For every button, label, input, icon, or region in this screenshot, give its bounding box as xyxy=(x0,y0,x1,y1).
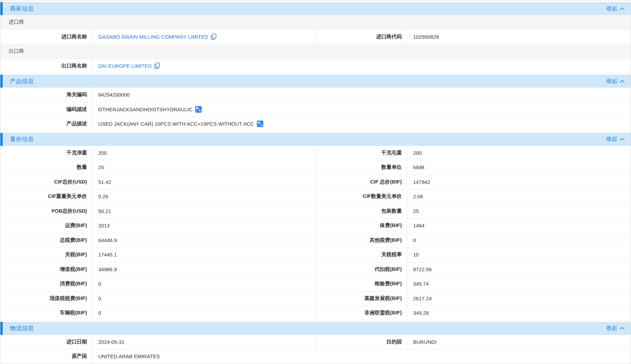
copy-icon[interactable] xyxy=(211,34,216,40)
translate-glyph: A xyxy=(195,106,202,113)
field-value-text: 345.74 xyxy=(413,281,429,287)
field-label-text: CIF重量美元单价 xyxy=(48,193,87,200)
field-value-text: 2617.24 xyxy=(413,296,432,301)
field-label-text: 进口商名称 xyxy=(61,34,87,40)
field-value-text: 0 xyxy=(98,310,101,316)
field-value: 345.74 xyxy=(407,277,631,291)
data-row: 运费(BIF)2013保费(BIF)1464 xyxy=(0,218,631,233)
field-label: 原产国 xyxy=(0,349,92,364)
field-label: CIF重量美元单价 xyxy=(0,189,92,204)
section-header-quantity-price: 量价信息收起 xyxy=(0,133,631,146)
field-value: 50.21 xyxy=(92,204,316,218)
field-value: 0.26 xyxy=(92,189,316,204)
row-half: CIF重量美元单价0.26 xyxy=(0,189,316,204)
chevron-up-icon xyxy=(620,327,624,330)
field-label-text: 数量单位 xyxy=(381,164,402,171)
field-label: 保费(BIF) xyxy=(316,218,407,233)
row-half: 千克毛重200 xyxy=(316,146,631,160)
field-value: 10 xyxy=(407,248,631,262)
field-label: 增值税(BIF) xyxy=(0,262,92,277)
field-label: 目的国 xyxy=(316,335,407,349)
field-value-text: 10 xyxy=(413,252,419,258)
trade-detail-panel: 商家信息收起进口商进口商名称GASABO GRAIN MILLING COMPA… xyxy=(0,0,631,364)
field-label: 产品描述 xyxy=(0,117,92,131)
field-label-text: 原产国 xyxy=(72,353,87,360)
section-header-logistics: 物流信息收起 xyxy=(0,322,631,335)
data-row: CIF重量美元单价0.26CIF数量美元单价2.06 xyxy=(0,189,631,204)
row-half: 代扣税(BIF)8722.56 xyxy=(316,262,631,277)
row-half: 关税(BIF)17445.1 xyxy=(0,248,316,262)
field-value-text: UNITED ARAB EMIRATES xyxy=(98,353,160,359)
field-label-text: 现值税税费(BIF) xyxy=(50,295,87,302)
field-label: 千克毛重 xyxy=(316,146,407,160)
copy-icon[interactable] xyxy=(154,63,160,69)
field-label: 总税费(BIF) xyxy=(0,233,92,248)
field-label: 代扣税(BIF) xyxy=(316,262,407,277)
row-half: 消费税(BIF)0 xyxy=(0,277,316,291)
row-half: CIF总价(USD)51.42 xyxy=(0,175,316,189)
field-label: 千克净重 xyxy=(0,146,92,160)
field-value-text: OTHERJACKSANDHOISTSHYDRAULIC xyxy=(98,106,192,112)
field-value-text: 0.26 xyxy=(98,193,108,199)
collapse-button[interactable]: 收起 xyxy=(606,325,624,332)
field-value-text: 25 xyxy=(413,208,419,214)
field-value-text: 64446.9 xyxy=(98,237,117,243)
row-half: 非洲联盟税(BIF)349.28 xyxy=(316,306,631,320)
field-value: 1464 xyxy=(407,218,631,233)
data-row: 进口日期2024-05-31目的国BURUNDI xyxy=(0,335,631,350)
field-value-text: USED JACK(ANY CAR) 10PCS WITH ACC+15PCS … xyxy=(98,121,254,127)
row-half: 车辆税(BIF)0 xyxy=(0,306,316,320)
field-value-text: 147842 xyxy=(413,179,430,185)
subsection-header: 进口商 xyxy=(0,15,631,30)
company-name-link[interactable]: GASABO GRAIN MILLING COMPANY LIMITED xyxy=(98,34,208,40)
row-half: CIF 总价(BIF)147842 xyxy=(316,175,631,189)
field-value: 0 xyxy=(92,291,316,306)
section-title-merchant: 商家信息 xyxy=(10,5,34,13)
field-value-text: 8722.56 xyxy=(413,266,432,272)
row-half: 保费(BIF)1464 xyxy=(316,218,631,233)
data-row: 车辆税(BIF)0非洲联盟税(BIF)349.28 xyxy=(0,306,631,321)
field-label-text: 出口商名称 xyxy=(61,63,87,69)
field-label: 现值税税费(BIF) xyxy=(0,291,92,306)
field-value-text: 102550829 xyxy=(413,34,439,40)
collapse-button[interactable]: 收起 xyxy=(606,5,624,12)
field-value-text: 1464 xyxy=(413,223,425,228)
field-label: 进口商名称 xyxy=(0,30,92,44)
field-value: 17445.1 xyxy=(92,248,316,262)
field-label: 海关编码 xyxy=(0,88,92,102)
svg-text:A: A xyxy=(199,109,201,112)
collapse-button[interactable]: 收起 xyxy=(606,78,624,85)
field-value-text: 0 xyxy=(98,296,101,301)
translate-glyph: A xyxy=(257,121,263,127)
field-label-text: 运费(BIF) xyxy=(65,222,87,229)
field-label-text: 总税费(BIF) xyxy=(60,237,87,243)
field-value: 64446.9 xyxy=(92,233,316,248)
company-name-link[interactable]: DAI EUROPE LIMITED xyxy=(98,63,152,69)
field-label: FOB总价(USD) xyxy=(0,204,92,218)
field-label-text: CIF数量美元单价 xyxy=(363,193,402,200)
collapse-button[interactable]: 收起 xyxy=(606,136,624,143)
data-row: 出口商名称DAI EUROPE LIMITED xyxy=(0,59,631,74)
field-value: GASABO GRAIN MILLING COMPANY LIMITED xyxy=(92,30,316,44)
field-label: 关税(BIF) xyxy=(0,248,92,262)
row-half: 数量单位NMB xyxy=(316,160,631,175)
field-value-text: 200 xyxy=(98,150,107,156)
field-value-text: 84254200000 xyxy=(98,92,130,98)
field-label-text: 产品描述 xyxy=(66,121,87,127)
field-value: BURUNDI xyxy=(407,335,631,349)
chevron-up-icon xyxy=(620,138,624,141)
row-half: 基建发展税(BIF)2617.24 xyxy=(316,291,631,306)
field-label-text: 海关编码 xyxy=(66,91,87,98)
translate-icon[interactable]: A xyxy=(195,106,202,113)
translate-icon[interactable]: A xyxy=(257,121,263,127)
field-label-text: 进口商代码 xyxy=(376,34,402,40)
field-label: 车辆税(BIF) xyxy=(0,306,92,320)
field-value: 349.28 xyxy=(407,306,631,320)
field-value-text: 0 xyxy=(98,281,101,287)
field-label: CIF数量美元单价 xyxy=(316,189,407,204)
field-value: UNITED ARAB EMIRATES xyxy=(92,349,631,364)
row-half: 包装数量25 xyxy=(316,204,631,218)
row-half: FOB总价(USD)50.21 xyxy=(0,204,316,218)
field-value: 84254200000 xyxy=(92,88,631,102)
field-value-text: 25 xyxy=(98,164,104,170)
